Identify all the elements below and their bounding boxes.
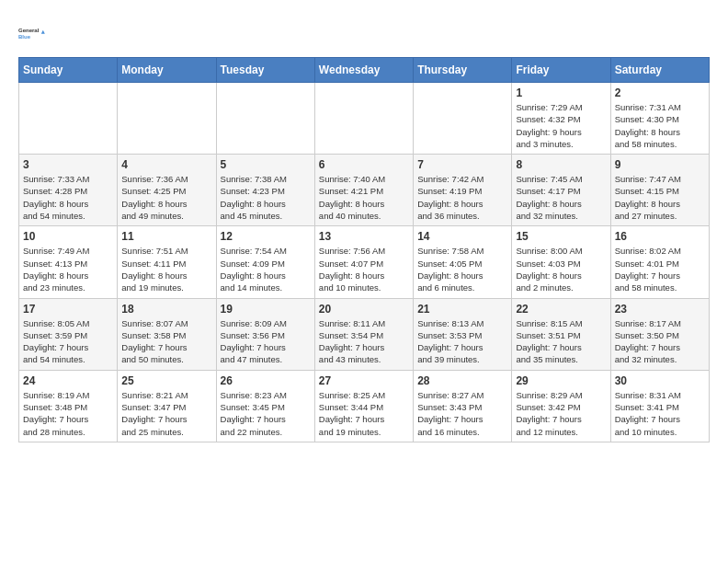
- day-info: Sunrise: 7:40 AMSunset: 4:21 PMDaylight:…: [319, 173, 409, 222]
- day-cell: 9Sunrise: 7:47 AMSunset: 4:15 PMDaylight…: [610, 155, 709, 226]
- day-cell: 23Sunrise: 8:17 AMSunset: 3:50 PMDayligh…: [610, 298, 709, 370]
- day-info: Sunrise: 8:21 AMSunset: 3:47 PMDaylight:…: [121, 389, 211, 438]
- week-row-3: 17Sunrise: 8:05 AMSunset: 3:59 PMDayligh…: [19, 298, 710, 370]
- day-cell: 24Sunrise: 8:19 AMSunset: 3:48 PMDayligh…: [19, 370, 118, 442]
- day-cell: 5Sunrise: 7:38 AMSunset: 4:23 PMDaylight…: [216, 155, 314, 226]
- day-number: 6: [319, 158, 409, 171]
- day-info: Sunrise: 7:29 AMSunset: 4:32 PMDaylight:…: [516, 101, 606, 150]
- day-cell: [118, 83, 216, 155]
- day-cell: 1Sunrise: 7:29 AMSunset: 4:32 PMDaylight…: [512, 83, 610, 155]
- day-cell: 21Sunrise: 8:13 AMSunset: 3:53 PMDayligh…: [414, 298, 512, 370]
- day-cell: [414, 83, 512, 155]
- day-cell: 19Sunrise: 8:09 AMSunset: 3:56 PMDayligh…: [216, 298, 314, 370]
- day-number: 18: [121, 303, 211, 316]
- day-info: Sunrise: 7:54 AMSunset: 4:09 PMDaylight:…: [221, 245, 311, 293]
- calendar: SundayMondayTuesdayWednesdayThursdayFrid…: [18, 57, 710, 442]
- day-cell: 2Sunrise: 7:31 AMSunset: 4:30 PMDaylight…: [610, 83, 709, 155]
- day-info: Sunrise: 7:49 AMSunset: 4:13 PMDaylight:…: [23, 245, 113, 293]
- day-cell: [314, 83, 413, 155]
- day-number: 21: [417, 303, 507, 316]
- day-info: Sunrise: 8:23 AMSunset: 3:45 PMDaylight:…: [221, 389, 311, 438]
- day-cell: 29Sunrise: 8:29 AMSunset: 3:42 PMDayligh…: [512, 370, 610, 442]
- day-info: Sunrise: 7:56 AMSunset: 4:07 PMDaylight:…: [319, 245, 409, 293]
- day-cell: 8Sunrise: 7:45 AMSunset: 4:17 PMDaylight…: [512, 155, 610, 226]
- day-cell: 27Sunrise: 8:25 AMSunset: 3:44 PMDayligh…: [314, 370, 413, 442]
- day-cell: 12Sunrise: 7:54 AMSunset: 4:09 PMDayligh…: [216, 226, 314, 298]
- day-info: Sunrise: 8:13 AMSunset: 3:53 PMDaylight:…: [417, 317, 507, 366]
- day-info: Sunrise: 8:05 AMSunset: 3:59 PMDaylight:…: [23, 317, 113, 366]
- day-cell: 17Sunrise: 8:05 AMSunset: 3:59 PMDayligh…: [19, 298, 118, 370]
- day-number: 27: [319, 374, 409, 387]
- day-info: Sunrise: 7:31 AMSunset: 4:30 PMDaylight:…: [615, 101, 705, 150]
- day-info: Sunrise: 8:31 AMSunset: 3:41 PMDaylight:…: [615, 389, 705, 438]
- day-cell: [19, 83, 118, 155]
- svg-text:General: General: [18, 28, 40, 33]
- day-number: 8: [516, 158, 606, 171]
- day-number: 29: [516, 374, 606, 387]
- header-wednesday: Wednesday: [314, 58, 413, 83]
- day-number: 9: [615, 158, 705, 171]
- week-row-1: 3Sunrise: 7:33 AMSunset: 4:28 PMDaylight…: [19, 155, 710, 226]
- day-number: 3: [23, 158, 113, 171]
- day-cell: 6Sunrise: 7:40 AMSunset: 4:21 PMDaylight…: [314, 155, 413, 226]
- week-row-2: 10Sunrise: 7:49 AMSunset: 4:13 PMDayligh…: [19, 226, 710, 298]
- day-number: 15: [516, 230, 606, 243]
- day-number: 17: [23, 303, 113, 316]
- day-cell: 26Sunrise: 8:23 AMSunset: 3:45 PMDayligh…: [216, 370, 314, 442]
- day-info: Sunrise: 8:15 AMSunset: 3:51 PMDaylight:…: [516, 317, 606, 366]
- day-cell: 10Sunrise: 7:49 AMSunset: 4:13 PMDayligh…: [19, 226, 118, 298]
- day-cell: 25Sunrise: 8:21 AMSunset: 3:47 PMDayligh…: [118, 370, 216, 442]
- week-row-0: 1Sunrise: 7:29 AMSunset: 4:32 PMDaylight…: [19, 83, 710, 155]
- day-cell: 16Sunrise: 8:02 AMSunset: 4:01 PMDayligh…: [610, 226, 709, 298]
- header-sunday: Sunday: [19, 58, 118, 83]
- day-number: 2: [615, 86, 705, 99]
- day-number: 23: [615, 303, 705, 316]
- day-info: Sunrise: 7:33 AMSunset: 4:28 PMDaylight:…: [23, 173, 113, 222]
- day-number: 28: [417, 374, 507, 387]
- day-number: 13: [319, 230, 409, 243]
- header-tuesday: Tuesday: [216, 58, 314, 83]
- day-cell: 4Sunrise: 7:36 AMSunset: 4:25 PMDaylight…: [118, 155, 216, 226]
- day-number: 14: [417, 230, 507, 243]
- day-info: Sunrise: 8:07 AMSunset: 3:58 PMDaylight:…: [121, 317, 211, 366]
- day-cell: 22Sunrise: 8:15 AMSunset: 3:51 PMDayligh…: [512, 298, 610, 370]
- page-header: GeneralBlue: [18, 18, 710, 48]
- day-info: Sunrise: 7:38 AMSunset: 4:23 PMDaylight:…: [221, 173, 311, 222]
- day-info: Sunrise: 8:02 AMSunset: 4:01 PMDaylight:…: [615, 245, 705, 293]
- day-cell: [216, 83, 314, 155]
- day-info: Sunrise: 7:47 AMSunset: 4:15 PMDaylight:…: [615, 173, 705, 222]
- day-info: Sunrise: 7:51 AMSunset: 4:11 PMDaylight:…: [121, 245, 211, 293]
- day-number: 10: [23, 230, 113, 243]
- day-cell: 13Sunrise: 7:56 AMSunset: 4:07 PMDayligh…: [314, 226, 413, 298]
- day-info: Sunrise: 7:36 AMSunset: 4:25 PMDaylight:…: [121, 173, 211, 222]
- day-info: Sunrise: 7:42 AMSunset: 4:19 PMDaylight:…: [417, 173, 507, 222]
- day-info: Sunrise: 8:19 AMSunset: 3:48 PMDaylight:…: [23, 389, 113, 438]
- day-number: 5: [221, 158, 311, 171]
- svg-marker-2: [41, 30, 45, 34]
- day-number: 1: [516, 86, 606, 99]
- day-cell: 11Sunrise: 7:51 AMSunset: 4:11 PMDayligh…: [118, 226, 216, 298]
- day-number: 20: [319, 303, 409, 316]
- day-cell: 3Sunrise: 7:33 AMSunset: 4:28 PMDaylight…: [19, 155, 118, 226]
- day-info: Sunrise: 8:27 AMSunset: 3:43 PMDaylight:…: [417, 389, 507, 438]
- logo-icon: GeneralBlue: [18, 18, 48, 48]
- day-info: Sunrise: 7:58 AMSunset: 4:05 PMDaylight:…: [417, 245, 507, 293]
- day-number: 7: [417, 158, 507, 171]
- logo: GeneralBlue: [18, 18, 48, 48]
- week-row-4: 24Sunrise: 8:19 AMSunset: 3:48 PMDayligh…: [19, 370, 710, 442]
- header-saturday: Saturday: [610, 58, 709, 83]
- day-number: 25: [121, 374, 211, 387]
- day-cell: 18Sunrise: 8:07 AMSunset: 3:58 PMDayligh…: [118, 298, 216, 370]
- day-cell: 15Sunrise: 8:00 AMSunset: 4:03 PMDayligh…: [512, 226, 610, 298]
- day-info: Sunrise: 7:45 AMSunset: 4:17 PMDaylight:…: [516, 173, 606, 222]
- day-cell: 7Sunrise: 7:42 AMSunset: 4:19 PMDaylight…: [414, 155, 512, 226]
- day-number: 24: [23, 374, 113, 387]
- day-number: 22: [516, 303, 606, 316]
- day-cell: 20Sunrise: 8:11 AMSunset: 3:54 PMDayligh…: [314, 298, 413, 370]
- day-number: 26: [221, 374, 311, 387]
- day-cell: 28Sunrise: 8:27 AMSunset: 3:43 PMDayligh…: [414, 370, 512, 442]
- day-info: Sunrise: 8:09 AMSunset: 3:56 PMDaylight:…: [221, 317, 311, 366]
- svg-text:Blue: Blue: [18, 34, 31, 40]
- day-number: 4: [121, 158, 211, 171]
- day-cell: 30Sunrise: 8:31 AMSunset: 3:41 PMDayligh…: [610, 370, 709, 442]
